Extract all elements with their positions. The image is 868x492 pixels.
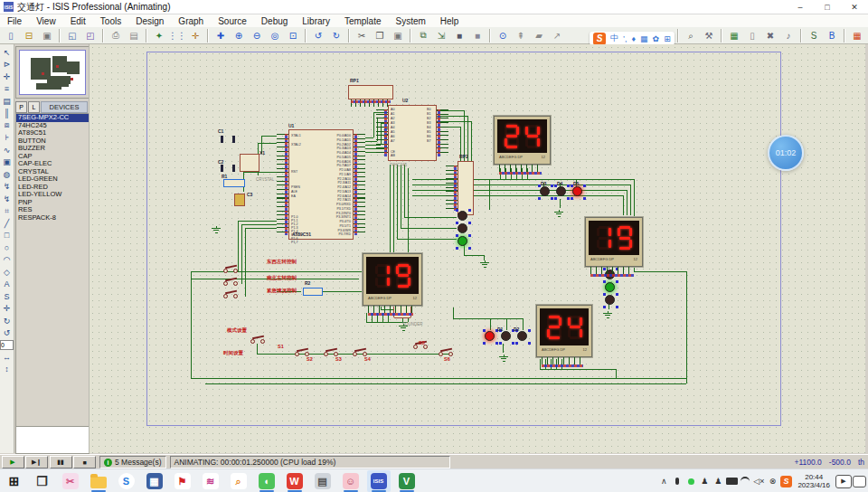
2d-path-icon[interactable]: ◇	[1, 266, 13, 278]
paste-icon[interactable]: ▣	[390, 27, 407, 43]
junction-dot-mode-icon[interactable]: ✛	[1, 71, 13, 82]
maximize-button[interactable]: □	[814, 0, 841, 14]
design-explorer-icon[interactable]: ▦	[726, 28, 743, 44]
file-explorer[interactable]	[87, 470, 110, 492]
block-rotate-icon[interactable]: ■	[451, 27, 468, 43]
soft-keyboard-icon[interactable]: ▦	[640, 34, 648, 43]
block-move-icon[interactable]: ⇲	[433, 27, 450, 43]
seven-seg-display[interactable]: ABCDEFG DP12	[494, 116, 551, 165]
wechat-status-dot-icon[interactable]	[684, 472, 697, 490]
simulation-pause-button[interactable]: ▮▮	[50, 456, 72, 468]
2d-marker-icon[interactable]: ✛	[1, 303, 13, 315]
crystal-x1[interactable]	[240, 154, 259, 172]
zoom-all-icon[interactable]: ◎	[267, 27, 284, 43]
rotate-anticlockwise-icon[interactable]: ↺	[1, 327, 13, 339]
seven-seg-display[interactable]: ABCDEFG DP12	[536, 305, 592, 357]
sogou-tray-icon[interactable]: S	[779, 472, 792, 490]
skin-center-icon[interactable]: ✿	[653, 34, 660, 43]
device-item[interactable]: RESPACK-8	[16, 214, 89, 222]
anime-app[interactable]: ☺	[339, 470, 363, 492]
push-button-symbol[interactable]	[250, 336, 265, 344]
pick-parts-button[interactable]: P	[15, 101, 27, 113]
taskbar-clock[interactable]: 20:44 2023/4/16	[797, 473, 830, 489]
goto-sheet-icon[interactable]: ♪	[780, 28, 797, 44]
2d-circle-icon[interactable]: ○	[1, 241, 13, 253]
sogou-logo-icon[interactable]: S	[593, 33, 606, 45]
safe-eject-tray-icon[interactable]: ⊗	[766, 472, 778, 490]
seven-seg-display[interactable]: ABCDEFG DP12	[585, 217, 643, 267]
text-script-icon[interactable]: B	[824, 28, 841, 44]
menu-item-tools[interactable]: Tools	[93, 14, 128, 27]
redraw-icon[interactable]: ✦	[151, 27, 168, 43]
lang-chinese-icon[interactable]: 中	[610, 33, 618, 44]
capcut-app[interactable]: ✂	[59, 470, 82, 492]
qq-tray-2-icon[interactable]: ♟	[712, 472, 724, 490]
start-button[interactable]: ⊞	[3, 470, 26, 492]
zoom-area-icon[interactable]: ⊡	[285, 27, 302, 43]
resistor-r1[interactable]	[223, 179, 245, 187]
wechat-app[interactable]: ◖	[255, 470, 278, 492]
capacitor-c1[interactable]	[221, 136, 235, 143]
hidden-icons-chevron-icon[interactable]: ∧	[657, 472, 670, 490]
microphone-tray-icon[interactable]	[671, 472, 684, 490]
network-tray-icon[interactable]	[739, 472, 751, 490]
simulation-play-button[interactable]: ▶	[2, 456, 24, 468]
block-copy-icon[interactable]: ⧉	[415, 27, 432, 43]
menu-item-graph[interactable]: Graph	[171, 14, 211, 27]
input-menu-icon[interactable]: ⊞	[664, 34, 671, 43]
simulation-step-button[interactable]: ▶❙	[25, 456, 48, 468]
cut-icon[interactable]: ✂	[354, 27, 371, 43]
message-counter[interactable]: i 5 Message(s)	[99, 456, 166, 468]
redo-icon[interactable]: ↻	[328, 27, 345, 43]
electrical-rule-check-icon[interactable]: ▦	[849, 28, 866, 44]
thunder-app[interactable]: ⚑	[171, 470, 194, 492]
push-button-symbol[interactable]	[223, 266, 238, 273]
traffic-led-off[interactable]	[458, 211, 467, 221]
capacitor-c3[interactable]	[234, 194, 245, 206]
delete-sheet-icon[interactable]: ✖	[762, 28, 779, 44]
traffic-led-off[interactable]	[501, 331, 511, 341]
screen-recorder-bubble[interactable]: 01:02	[768, 135, 804, 171]
proteus-isis-app[interactable]: ISIS	[367, 470, 391, 492]
library-button[interactable]: L	[28, 101, 40, 113]
traffic-led-off[interactable]	[458, 223, 467, 233]
make-device-icon[interactable]: ⇞	[513, 27, 530, 43]
origin-icon[interactable]: ✛	[187, 27, 204, 43]
pan-icon[interactable]: ✚	[212, 27, 230, 43]
bilibili-app[interactable]: ≋	[199, 470, 222, 492]
menu-item-edit[interactable]: Edit	[63, 14, 93, 27]
menu-item-view[interactable]: View	[29, 14, 63, 27]
traffic-led-green[interactable]	[458, 236, 467, 246]
new-file-icon[interactable]: ▯	[3, 27, 20, 43]
mirror-vertical-icon[interactable]: ↕	[1, 364, 13, 375]
menu-item-debug[interactable]: Debug	[254, 14, 295, 27]
vm-app[interactable]: V	[395, 470, 419, 492]
rotate-clockwise-icon[interactable]: ↻	[1, 315, 13, 326]
notes-app[interactable]: ▤	[311, 470, 335, 492]
block-delete-icon[interactable]: ■	[469, 27, 486, 43]
traffic-led-off[interactable]	[540, 186, 550, 196]
close-button[interactable]: ✕	[841, 0, 868, 14]
menu-item-system[interactable]: System	[388, 14, 432, 27]
2d-line-icon[interactable]: ╱	[1, 217, 13, 229]
wps-app[interactable]: W	[283, 470, 307, 492]
tape-recorder-mode-icon[interactable]: ▣	[1, 156, 13, 168]
traffic-led-off[interactable]	[517, 331, 527, 341]
overview-panel[interactable]	[15, 46, 90, 99]
component-rp2[interactable]	[458, 161, 474, 215]
zoom-in-icon[interactable]: ⊕	[231, 27, 248, 43]
traffic-led-off[interactable]	[556, 186, 566, 196]
2d-symbol-icon[interactable]: S	[1, 290, 13, 302]
generator-mode-icon[interactable]: ◍	[1, 168, 13, 180]
traffic-led-off[interactable]	[605, 295, 615, 305]
text-script-mode-icon[interactable]: ▤	[1, 95, 13, 107]
undo-icon[interactable]: ↺	[310, 27, 327, 43]
2d-arc-icon[interactable]: ◠	[1, 254, 13, 266]
wire-label-mode-icon[interactable]: ≡	[1, 83, 13, 95]
search-component-icon[interactable]: ⌕	[683, 28, 700, 44]
qq-tray-1-icon[interactable]: ♟	[698, 472, 711, 490]
comment-widget-icon[interactable]	[853, 472, 866, 490]
voice-input-icon[interactable]: ♦	[632, 34, 637, 43]
import-section-icon[interactable]: ◱	[64, 27, 81, 43]
video-popup-widget-icon[interactable]: ▶	[835, 472, 852, 490]
